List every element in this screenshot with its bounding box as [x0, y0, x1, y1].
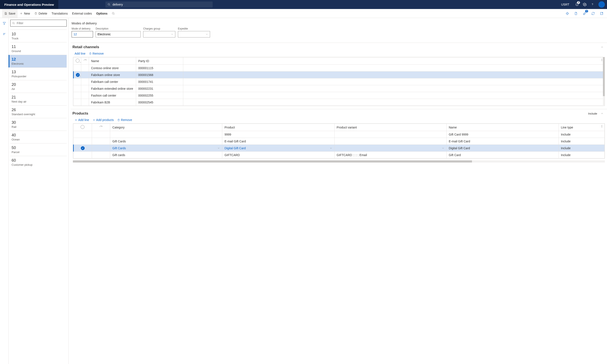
refresh-button[interactable]: [590, 10, 596, 17]
col-variant[interactable]: Product variant: [334, 124, 446, 131]
table-row[interactable]: Fabrikam online store000001568: [74, 72, 605, 78]
cell-linetype[interactable]: Include: [559, 131, 605, 138]
cell-linetype[interactable]: Include: [559, 138, 605, 145]
row-select[interactable]: [74, 99, 81, 106]
search-page-button[interactable]: [110, 9, 118, 18]
cell-name[interactable]: Fabrikam B2B: [89, 99, 136, 106]
cell-product[interactable]: 9999: [222, 131, 334, 138]
table-row[interactable]: Gift cardsGIFTCARDGIFTCARD : : : : Email…: [74, 152, 605, 158]
translations-button[interactable]: Translations: [49, 9, 70, 18]
grid-more-button[interactable]: [600, 125, 603, 129]
cell-variant[interactable]: [334, 131, 446, 138]
cell-name[interactable]: Fashion call center: [89, 92, 136, 99]
notifications-button[interactable]: 4: [573, 0, 581, 9]
cell-category[interactable]: [110, 131, 222, 138]
cell-variant[interactable]: [334, 138, 446, 145]
avatar[interactable]: [598, 1, 605, 8]
refresh-column[interactable]: [92, 124, 110, 131]
col-category[interactable]: Category: [110, 124, 222, 131]
save-button[interactable]: Save: [2, 9, 18, 18]
table-row[interactable]: Gift CardsDigital Gift CardDigital Gift …: [74, 145, 605, 152]
list-item[interactable]: 60Customer pickup: [10, 156, 67, 169]
global-search[interactable]: [106, 1, 213, 8]
table-row[interactable]: Fashion call center000002255: [74, 92, 605, 99]
col-product[interactable]: Product: [222, 124, 334, 131]
products-header[interactable]: Products Include: [71, 109, 607, 117]
row-select[interactable]: [74, 145, 92, 152]
cell-party[interactable]: 000001741: [136, 78, 183, 85]
row-select[interactable]: [74, 85, 81, 92]
related-rail-button[interactable]: [1, 31, 8, 37]
add-products-button[interactable]: Add products: [93, 118, 114, 122]
cell-name[interactable]: Fabrikam extended online store: [89, 85, 136, 92]
add-line-button[interactable]: Add line: [75, 118, 89, 122]
new-button[interactable]: New: [18, 9, 32, 18]
table-row[interactable]: Fabrikam call center000001741: [74, 78, 605, 85]
list-item[interactable]: 20Air: [10, 80, 67, 93]
cell-name[interactable]: Gift Card 9999: [446, 131, 559, 138]
cell-linetype[interactable]: Include: [559, 145, 605, 152]
cell-variant[interactable]: [334, 145, 446, 152]
list-item[interactable]: 26Standard overnight: [10, 105, 67, 118]
list-item[interactable]: 21Next day air: [10, 93, 67, 105]
delete-button[interactable]: Delete: [32, 9, 49, 18]
cell-party[interactable]: 000002255: [136, 92, 183, 99]
cell-name[interactable]: Contoso online store: [89, 65, 136, 72]
table-row[interactable]: Fabrikam extended online store000002231: [74, 85, 605, 92]
table-row[interactable]: Fabrikam B2B000002545: [74, 99, 605, 106]
cell-name[interactable]: Digital Gift Card: [446, 145, 559, 152]
open-office-button[interactable]: [573, 10, 579, 17]
global-search-input[interactable]: [112, 3, 211, 6]
cell-party[interactable]: 000002545: [136, 99, 183, 106]
description-input[interactable]: [95, 31, 141, 38]
refresh-column[interactable]: [81, 57, 89, 65]
cell-party[interactable]: 000002231: [136, 85, 183, 92]
list-filter-input[interactable]: [17, 21, 65, 25]
list-item[interactable]: 50Parcel: [10, 143, 67, 156]
list-item[interactable]: 11Ground: [10, 42, 67, 55]
expedite-select[interactable]: [178, 31, 210, 38]
retail-scrollbar[interactable]: [603, 57, 605, 106]
attachments-button[interactable]: 0: [581, 10, 588, 17]
help-button[interactable]: [589, 0, 596, 9]
company-picker[interactable]: USRT: [561, 3, 569, 6]
row-select[interactable]: [74, 92, 81, 99]
settings-button[interactable]: [581, 0, 589, 9]
cell-party[interactable]: 000001568: [136, 72, 183, 78]
filter-rail-button[interactable]: [1, 20, 8, 26]
add-line-button[interactable]: Add line: [75, 52, 85, 55]
cell-category[interactable]: Gift Cards: [110, 138, 222, 145]
cell-variant[interactable]: GIFTCARD : : : : Email: [334, 152, 446, 158]
list-item[interactable]: 13Pickuporder: [10, 67, 67, 80]
cell-product[interactable]: Digital Gift Card: [222, 145, 334, 152]
options-button[interactable]: Options: [94, 9, 110, 18]
workspace-link-button[interactable]: [564, 10, 571, 17]
popout-button[interactable]: [598, 10, 605, 17]
list-item[interactable]: 10Truck: [10, 29, 67, 42]
cell-party[interactable]: 000001115: [136, 65, 183, 72]
table-row[interactable]: Gift CardsE-mail Gift CardE-mail Gift Ca…: [74, 138, 605, 145]
row-select[interactable]: [74, 131, 92, 138]
charges-select[interactable]: [143, 31, 175, 38]
cell-product[interactable]: GIFTCARD: [222, 152, 334, 158]
cell-name[interactable]: Gift Card: [446, 152, 559, 158]
retail-channels-header[interactable]: Retail channels: [71, 43, 607, 51]
external-codes-button[interactable]: External codes: [70, 9, 94, 18]
list-item[interactable]: 30Rail: [10, 118, 67, 130]
cell-product[interactable]: E-mail Gift Card: [222, 138, 334, 145]
select-all[interactable]: [74, 57, 81, 65]
table-row[interactable]: Contoso online store000001115: [74, 65, 605, 72]
col-party[interactable]: Party ID: [136, 57, 183, 65]
mode-input[interactable]: [72, 31, 93, 38]
row-select[interactable]: [74, 65, 81, 72]
products-hscroll[interactable]: [73, 160, 605, 163]
remove-button[interactable]: Remove: [117, 118, 132, 122]
select-all[interactable]: [74, 124, 92, 131]
col-linetype[interactable]: Line type: [559, 124, 605, 131]
remove-button[interactable]: Remove: [89, 52, 104, 55]
cell-name[interactable]: E-mail Gift Card: [446, 138, 559, 145]
cell-category[interactable]: Gift Cards: [110, 145, 222, 152]
row-select[interactable]: [74, 72, 81, 78]
cell-linetype[interactable]: Include: [559, 152, 605, 158]
cell-name[interactable]: Fabrikam online store: [89, 72, 136, 78]
